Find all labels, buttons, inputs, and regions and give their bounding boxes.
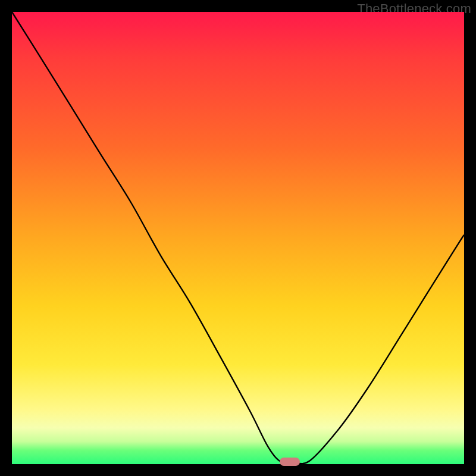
curve-path — [12, 12, 464, 464]
bottleneck-curve — [12, 12, 464, 464]
optimal-marker — [280, 458, 300, 466]
chart-frame: TheBottleneck.com — [0, 0, 476, 476]
plot-area — [12, 12, 464, 464]
